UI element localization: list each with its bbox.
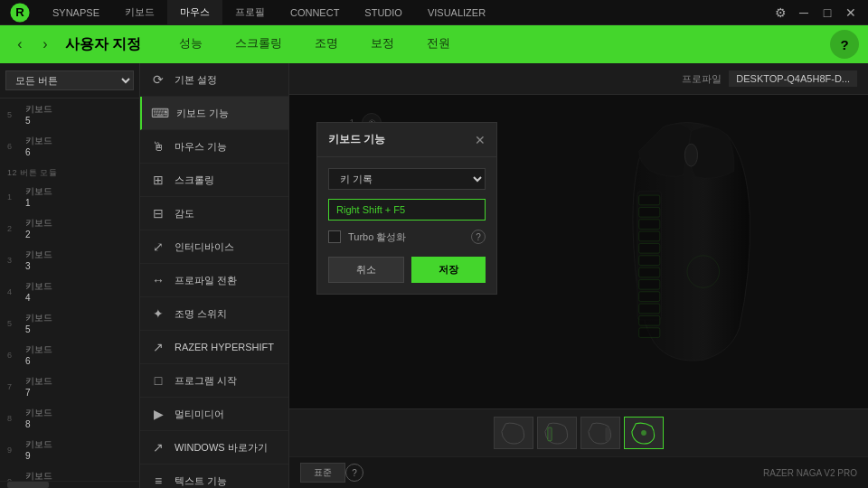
tab-calibration[interactable]: 보정 [354,25,410,63]
save-button[interactable]: 저장 [411,257,486,283]
menu-item-program-launch[interactable]: □ 프로그램 시작 [140,364,288,398]
menu-item-windows-shortcut[interactable]: ↗ WINDOWS 바로가기 [140,431,288,465]
menu-label: WINDOWS 바로가기 [175,441,268,455]
menu-label: 인터디바이스 [175,240,234,254]
minimize-button[interactable]: ─ [794,3,814,23]
nav-synapse[interactable]: SYNAPSE [40,0,112,24]
text-icon: ≡ [151,474,165,488]
scroll-icon: ⊞ [151,173,165,187]
menu-label: 감도 [175,207,194,221]
thumbnail-4[interactable] [624,417,664,449]
menu-item-text-function[interactable]: ≡ 텍스트 기능 [140,465,288,488]
list-item[interactable]: 1 키보드 1 [0,181,139,212]
mouse-thumbnails [289,408,868,456]
profile-switch-icon: ↔ [151,273,165,287]
left-sidebar: 모든 버튼 5 키보드 5 6 키보드 6 12 버튼 모듈 1 [0,63,140,488]
mouse-display: 1 ① 2 ② 3 ③ 4 ④ 5 ⑤ [289,95,868,408]
bottom-help-icon[interactable]: ? [345,464,363,482]
modal-close-button[interactable]: ✕ [475,133,486,147]
sensitivity-icon: ⊟ [151,206,165,221]
list-item[interactable]: 6 키보드 6 [0,339,139,371]
razer-logo: R [0,0,40,24]
button-filter-dropdown[interactable]: 모든 버튼 [0,63,139,99]
menu-item-basic-setup[interactable]: ⟳ 기본 설정 [140,63,288,97]
menu-label: RAZER HYPERSHIFT [175,342,274,352]
menu-label: 키보드 기능 [176,107,229,120]
turbo-label: Turbo 활성화 [348,230,406,244]
menu-item-mouse-function[interactable]: 🖱 마우스 기능 [140,130,288,164]
list-item[interactable]: 5 키보드 5 [0,307,139,339]
modal-title: 키보드 기능 [328,132,385,147]
tab-power[interactable]: 전원 [410,25,467,63]
nav-connect[interactable]: CONNECT [278,0,352,24]
thumbnail-3[interactable] [580,417,620,449]
nav-mouse[interactable]: 마우스 [167,0,222,24]
menu-label: 텍스트 기능 [175,474,227,488]
mouse-icon: 🖱 [151,139,165,154]
turbo-help-icon[interactable]: ? [471,230,486,244]
tab-bar: ‹ › 사용자 지정 성능 스크롤링 조명 보정 전원 ? [0,25,868,63]
key-type-select[interactable]: 키 기록 [328,168,486,190]
list-item[interactable]: 4 키보드 4 [0,276,139,307]
tab-lighting[interactable]: 조명 [298,25,354,63]
scrollbar[interactable] [0,481,139,488]
back-button[interactable]: ‹ [9,33,31,55]
thumbnail-1[interactable] [494,417,533,449]
button-filter-select[interactable]: 모든 버튼 [5,70,134,90]
list-item[interactable]: 9 키보드 9 [0,434,139,465]
list-item[interactable]: 3 키보드 3 [0,244,139,276]
modal-overlay: 키보드 기능 ✕ 키 기록 Turbo 활성화 ? [289,95,868,408]
top-navigation: R SYNAPSE 키보드 마우스 프로필 CONNECT STUDIO VIS… [0,0,868,25]
turbo-checkbox[interactable] [328,230,341,243]
modal-header: 키보드 기능 ✕ [317,123,496,157]
button-list: 5 키보드 5 6 키보드 6 12 버튼 모듈 1 키보드 1 [0,99,139,481]
modal-body: 키 기록 Turbo 활성화 ? 취소 저장 [317,157,496,294]
list-item[interactable]: 2 키보드 2 [0,212,139,244]
menu-label: 프로그램 시작 [175,374,237,388]
refresh-icon: ⟳ [151,72,165,87]
nav-visualizer[interactable]: VISUALIZER [415,0,498,24]
menu-item-scrolling[interactable]: ⊞ 스크롤링 [140,164,288,197]
list-item[interactable]: 6 키보드 6 [0,130,139,162]
hypershift-icon: ↗ [151,340,165,354]
window-controls: ⚙ ─ □ ✕ [770,3,868,23]
list-item[interactable]: 5 키보드 5 [0,99,139,130]
thumbnail-2[interactable] [537,417,577,449]
tab-scrolling[interactable]: 스크롤링 [219,25,298,63]
right-area: 프로파일 DESKTOP-Q4A5H8F-D... 1 ① 2 ② 3 ③ [289,63,868,488]
cancel-button[interactable]: 취소 [328,257,404,283]
nav-studio[interactable]: STUDIO [352,0,415,24]
menu-item-inter-device[interactable]: ⤢ 인터디바이스 [140,230,288,264]
menu-item-lighting-switch[interactable]: ✦ 조명 스위치 [140,297,288,331]
key-input[interactable] [328,199,486,221]
help-button[interactable]: ? [830,30,859,59]
program-icon: □ [151,373,165,388]
keyboard-icon: ⌨ [153,106,167,120]
standard-profile-button[interactable]: 표준 [300,463,345,483]
close-button[interactable]: ✕ [841,3,861,23]
maximize-button[interactable]: □ [817,3,837,23]
nav-profile[interactable]: 프로필 [222,0,278,24]
forward-button[interactable]: › [34,33,56,55]
windows-icon: ↗ [151,440,165,455]
list-item[interactable]: 7 키보드 7 [0,371,139,402]
menu-item-multimedia[interactable]: ▶ 멀티미디어 [140,398,288,431]
settings-icon[interactable]: ⚙ [770,3,790,23]
menu-item-profile-switch[interactable]: ↔ 프로파일 전환 [140,264,288,297]
svg-point-19 [641,430,646,436]
menu-item-sensitivity[interactable]: ⊟ 감도 [140,197,288,230]
menu-item-razer-hypershift[interactable]: ↗ RAZER HYPERSHIFT [140,331,288,364]
menu-label: 조명 스위치 [175,307,227,321]
list-item[interactable]: 8 키보드 8 [0,402,139,434]
menu-label: 마우스 기능 [175,140,227,154]
multimedia-icon: ▶ [151,407,165,421]
page-title: 사용자 지정 [65,35,141,54]
keyboard-function-modal: 키보드 기능 ✕ 키 기록 Turbo 활성화 ? [316,122,497,295]
middle-menu: ⟳ 기본 설정 ⌨ 키보드 기능 🖱 마우스 기능 ⊞ 스크롤링 ⊟ 감도 ⤢ … [140,63,289,488]
list-item[interactable]: 0 키보드 0 [0,465,139,481]
menu-item-keyboard-function[interactable]: ⌨ 키보드 기능 [140,97,288,130]
modal-buttons: 취소 저장 [328,257,486,283]
tab-performance[interactable]: 성능 [163,25,219,63]
lighting-icon: ✦ [151,306,165,321]
nav-keyboard[interactable]: 키보드 [112,0,167,24]
